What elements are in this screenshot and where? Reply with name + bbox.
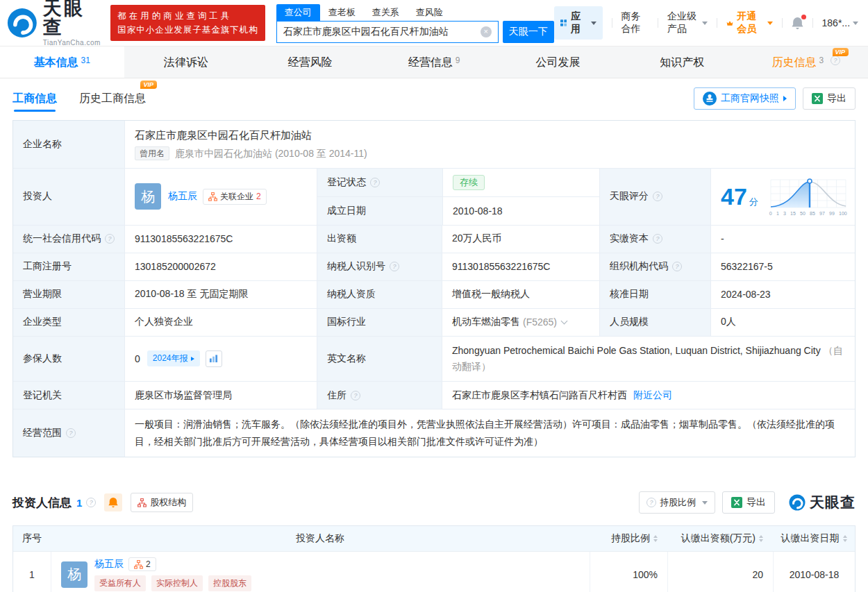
column-date-sortable[interactable]: 认缴出资日期 — [773, 532, 855, 545]
status-date-column: 登记状态 存续 成立日期 2010-08-18 — [317, 169, 599, 225]
tab-label: 知识产权 — [660, 56, 704, 70]
tab-label: 基本信息 — [34, 56, 78, 70]
tab-count: 3 — [819, 56, 824, 65]
search-tab-relation[interactable]: 查关系 — [364, 4, 408, 21]
tab-intellectual-property[interactable]: 知识产权 — [620, 46, 744, 78]
tab-legal-proceedings[interactable]: 法律诉讼 — [124, 46, 249, 78]
watermark-brand: 天眼查 — [810, 493, 856, 512]
apps-label: 应用 — [571, 10, 584, 35]
column-amount-sortable[interactable]: 认缴出资额(万元) — [667, 532, 773, 545]
approval-date-value: 2024-08-23 — [710, 281, 855, 308]
field-label: 投资人 — [13, 169, 124, 225]
row-company-type: 企业类型 个人独资企业 国标行业 机动车燃油零售 (F5265) 人员规模 0人 — [13, 308, 855, 336]
help-icon — [646, 498, 656, 507]
industry-value: 机动车燃油零售 (F5265) — [442, 309, 599, 336]
snapshot-label: 工商官网快照 — [721, 92, 779, 105]
help-icon[interactable] — [653, 192, 662, 201]
investor-link[interactable]: 杨五辰 — [168, 190, 197, 203]
annual-report-button[interactable]: 2024年报 — [147, 350, 200, 366]
sort-icon — [759, 535, 763, 542]
english-name-value: Zhongyuan Petrochemical Baichi Pole Gas … — [452, 345, 821, 356]
english-name-cell: Zhongyuan Petrochemical Baichi Pole Gas … — [442, 337, 855, 381]
enterprise-products-menu[interactable]: 企业级产品 — [667, 10, 708, 35]
column-investor-name: 投资人名称 — [51, 532, 590, 545]
tab-operation-info[interactable]: 经营信息 9 — [372, 46, 496, 78]
search-button[interactable]: 天眼一下 — [503, 21, 554, 43]
field-label: 营业期限 — [13, 281, 124, 308]
divider — [717, 18, 717, 28]
excel-icon — [731, 497, 742, 508]
investors-export-button[interactable]: 导出 — [722, 491, 775, 514]
grid-icon — [560, 18, 567, 28]
help-icon[interactable] — [653, 234, 662, 244]
chevron-down-icon — [591, 22, 596, 25]
field-label: 国标行业 — [317, 309, 442, 336]
sort-icon — [653, 535, 658, 542]
ratio-filter-dropdown[interactable]: 持股比例 — [639, 491, 715, 514]
business-info-toolbar: 工商信息 历史工商信息 VIP 工商官网快照 导出 — [0, 78, 868, 119]
clear-icon[interactable] — [481, 26, 492, 37]
column-ratio-sortable[interactable]: 持股比例 — [590, 532, 667, 545]
subtab-business-info[interactable]: 工商信息 — [12, 82, 57, 116]
help-icon[interactable] — [86, 498, 96, 507]
help-icon[interactable] — [105, 234, 115, 244]
row-insured-english: 参保人数 0 2024年报 英文名称 Zhongyuan Petrochemic… — [13, 336, 855, 381]
export-button[interactable]: 导出 — [803, 87, 856, 110]
search-area: 查公司 查老板 查关系 查风险 石家庄市鹿泉区中园石化百尺杆加油站 天眼一下 — [276, 4, 554, 43]
org-code-value: 56322167-5 — [710, 253, 855, 280]
promo-line1: 都在用的商业查询工具 — [117, 9, 258, 23]
help-icon[interactable] — [370, 178, 380, 187]
avatar[interactable]: 杨 — [61, 561, 87, 588]
score-value: 47 — [721, 185, 747, 208]
tag-actual-controller[interactable]: 实际控制人 — [151, 575, 203, 591]
chevron-down-icon[interactable] — [561, 318, 568, 325]
help-icon[interactable] — [831, 56, 840, 65]
business-scope-value: 一般项目：润滑油销售；洗车服务。（除依法须经批准的项目外，凭营业执照依法自主开展… — [124, 409, 855, 457]
insured-trend-button[interactable] — [206, 350, 222, 367]
annual-report-label: 2024年报 — [153, 353, 188, 364]
org-chart-icon — [137, 498, 147, 507]
related-companies-badge[interactable]: 2 — [128, 557, 156, 571]
paid-capital-value: - — [710, 226, 855, 253]
search-tab-company[interactable]: 查公司 — [276, 4, 320, 21]
related-companies-badge[interactable]: 关联企业 2 — [203, 189, 267, 205]
account-menu[interactable]: 186*... — [822, 17, 858, 28]
tab-operation-risk[interactable]: 经营风险 — [248, 46, 372, 78]
search-input[interactable]: 石家庄市鹿泉区中园石化百尺杆加油站 — [276, 21, 499, 43]
subtab-history-business-info[interactable]: 历史工商信息 VIP — [79, 82, 146, 116]
monitor-bell-button[interactable] — [104, 493, 122, 511]
official-snapshot-button[interactable]: 工商官网快照 — [694, 87, 796, 110]
tab-history-info[interactable]: VIP 历史信息 3 — [744, 46, 868, 78]
field-label: 天眼评分 — [599, 169, 710, 225]
investors-table: 序号 投资人名称 持股比例 认缴出资额(万元) 认缴出资日期 1 杨 杨五辰 — [12, 525, 856, 592]
search-tab-risk[interactable]: 查风险 — [408, 4, 451, 21]
vip-upgrade-menu[interactable]: 开通会员 — [726, 10, 773, 35]
nearby-companies-link[interactable]: 附近公司 — [633, 389, 672, 402]
notifications-bell[interactable] — [792, 17, 803, 30]
help-icon[interactable] — [672, 262, 682, 271]
help-icon[interactable] — [351, 391, 360, 400]
bar-chart-icon — [209, 354, 218, 363]
tag-beneficial-owner[interactable]: 受益所有人 — [94, 575, 146, 591]
help-icon[interactable] — [66, 428, 76, 438]
avatar[interactable]: 杨 — [135, 183, 161, 210]
related-label: 关联企业 — [220, 191, 253, 203]
company-nav-tabs: 基本信息 31 法律诉讼 经营风险 经营信息 9 公司发展 知识产权 VIP 历… — [0, 46, 868, 78]
tab-company-development[interactable]: 公司发展 — [496, 46, 620, 78]
export-label: 导出 — [827, 92, 846, 105]
row-investor-status-score: 投资人 杨 杨五辰 关联企业 2 登记状态 存续 — [13, 168, 855, 225]
tab-basic-info[interactable]: 基本信息 31 — [0, 46, 124, 78]
apps-menu[interactable]: 应用 — [554, 6, 603, 40]
equity-structure-button[interactable]: 股权结构 — [131, 493, 193, 512]
tag-controlling-shareholder[interactable]: 控股股东 — [208, 575, 251, 591]
investor-link[interactable]: 杨五辰 — [94, 558, 124, 570]
help-icon[interactable] — [390, 262, 399, 271]
biz-coop-link[interactable]: 商务合作 — [621, 10, 649, 35]
search-tab-boss[interactable]: 查老板 — [320, 4, 364, 21]
promo-line2: 国家中小企业发展子基金旗下机构 — [117, 23, 258, 37]
field-label: 企业类型 — [13, 309, 124, 336]
tab-count: 9 — [456, 56, 460, 65]
tianyancha-logo[interactable]: 天眼查 TianYanCha.com — [7, 0, 102, 46]
bell-icon — [108, 497, 118, 508]
enterprise-label: 企业级产品 — [667, 10, 699, 35]
